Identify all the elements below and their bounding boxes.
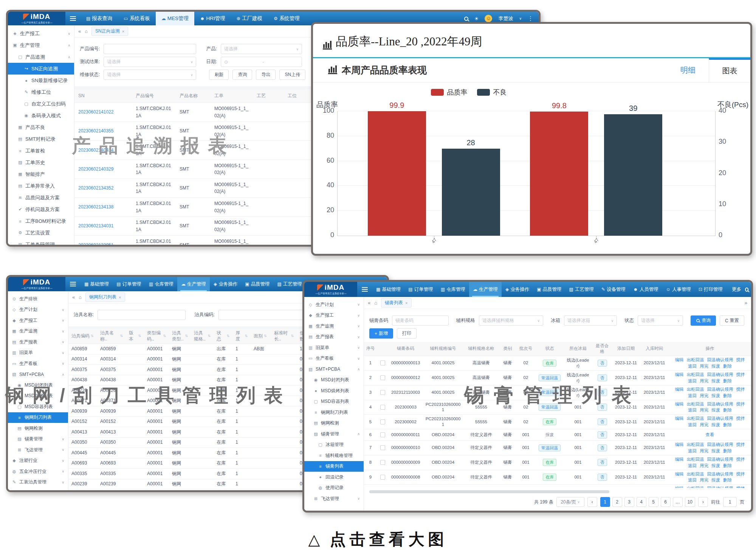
sort-icon[interactable]: ⇅	[226, 334, 229, 339]
export-button[interactable]: 导出	[256, 70, 276, 80]
column-header[interactable]: 序号	[364, 342, 377, 356]
sidebar-item[interactable]: ≡ 工序BOM对料记录	[8, 215, 74, 227]
print-button[interactable]: 打印	[397, 328, 417, 339]
row-checkbox[interactable]	[380, 475, 385, 480]
action-link[interactable]: 搅拌	[736, 442, 745, 447]
sn-link[interactable]: 20230602141022	[78, 109, 113, 116]
row-checkbox[interactable]	[380, 432, 385, 437]
view-large-image-link[interactable]: △ 点击查看大图	[0, 529, 756, 550]
nav-item[interactable]: 更多	[727, 282, 745, 297]
sidebar-item[interactable]: ≋ 品质问题及方案	[8, 192, 74, 204]
action-link[interactable]: 报废	[711, 378, 720, 384]
sidebar-item[interactable]: ◈ 生产报工 ∨	[8, 28, 74, 39]
action-link[interactable]: 编辑	[675, 486, 684, 488]
action-link[interactable]: 用完	[700, 378, 708, 384]
user-name[interactable]: 李楚波	[498, 15, 513, 22]
hamburger-icon[interactable]	[70, 282, 76, 286]
sort-icon[interactable]: ⇅	[208, 334, 211, 339]
tab-stencil-list[interactable]: 钢网刮刀列表 ×	[85, 292, 125, 302]
kebab-menu-icon[interactable]: ⋮	[528, 15, 533, 22]
action-link[interactable]: 删除	[723, 407, 732, 413]
tab-solder-list[interactable]: 锡膏列表 ×	[381, 298, 411, 308]
action-link[interactable]: 编辑	[675, 416, 684, 421]
sidebar-item[interactable]: ▢ 冰箱管理	[304, 440, 364, 451]
sidebar-item[interactable]: ◇ 生产计划 ∨	[8, 305, 68, 315]
action-link[interactable]: 回温确认领用	[707, 401, 733, 407]
tab-sn-trace[interactable]: SN正向追溯 ×	[91, 26, 128, 36]
fridge-select[interactable]: 请选择冰箱∨	[564, 315, 617, 326]
sidebar-item[interactable]: ▤ 生产报表 ∨	[8, 337, 68, 348]
reset-button[interactable]: C重置	[720, 315, 744, 326]
column-header[interactable]: 治具类型..⇅	[169, 329, 191, 343]
sidebar-item[interactable]: ⊡ 打印管理 ∨	[8, 488, 68, 490]
sidebar-item[interactable]: ▦ 生产追溯 ∨	[304, 321, 364, 332]
sidebar-item[interactable]: ▤ 生产报表 ∨	[304, 332, 364, 343]
action-link[interactable]: 搅拌	[736, 357, 745, 363]
sidebar-item[interactable]: ◉ 条码录入模式	[8, 110, 74, 121]
action-link[interactable]: 回温确认领用	[707, 357, 733, 363]
column-header[interactable]: 辅料规格编号	[423, 342, 463, 356]
action-link[interactable]: 编辑	[675, 372, 684, 378]
action-link[interactable]: 报废	[711, 393, 720, 399]
sidebar-item[interactable]: ✔ 停机问题及方案	[8, 204, 74, 215]
test-result-select[interactable]: 请选择∨	[104, 57, 196, 67]
qualified-badge[interactable]: 否	[598, 431, 607, 438]
action-link[interactable]: 报废	[711, 448, 720, 454]
action-link[interactable]: 退回	[688, 477, 697, 483]
sidebar-item[interactable]: ⊙ 生产排班	[8, 294, 68, 305]
action-link[interactable]: 报废	[711, 407, 720, 413]
bar-不良[interactable]: 39	[604, 114, 662, 236]
chart-legend[interactable]: 品质率不良	[313, 82, 750, 98]
column-header[interactable]: 是否合格	[592, 342, 612, 356]
action-link[interactable]: 报废	[711, 422, 720, 428]
action-link[interactable]: 回温确认领用	[707, 457, 733, 462]
nav-item[interactable]: ◈ 业务操作	[502, 282, 533, 297]
column-header[interactable]: 工单	[211, 89, 253, 103]
nav-item[interactable]: ▭ 系统看板	[118, 12, 155, 25]
tab-chart[interactable]: 图表	[709, 58, 750, 82]
action-link[interactable]: 回温确认领用	[707, 486, 733, 488]
row-checkbox[interactable]	[380, 360, 385, 365]
sidebar-item[interactable]: ✎ 工装治具管理 ∨	[8, 477, 68, 488]
sort-icon[interactable]: ⇅	[185, 334, 188, 339]
nav-item[interactable]: ▦ 基础管理	[81, 277, 113, 291]
expand-icon[interactable]: »	[745, 300, 747, 306]
action-link[interactable]: 退回	[688, 364, 697, 369]
action-link[interactable]: 编辑	[675, 401, 684, 407]
column-header[interactable]: 类型编码..⇅	[144, 329, 169, 343]
action-link[interactable]: 删除	[723, 422, 732, 428]
action-link[interactable]: 用完	[700, 477, 708, 483]
sidebar-item[interactable]: ≡ 钢网刮刀列表	[8, 412, 68, 423]
nav-item[interactable]: ▧ 工艺管理	[274, 277, 306, 291]
spec-select[interactable]: 请选择辅料规格∨	[479, 315, 543, 326]
sidebar-item[interactable]: ▦ 智能排产	[8, 168, 74, 180]
sn-link[interactable]: 20230602134138	[78, 204, 113, 211]
action-link[interactable]: 搅拌	[736, 416, 745, 421]
page-button[interactable]: 3	[624, 497, 634, 507]
sidebar-item[interactable]: ▨ 锡膏管理 ∨	[8, 434, 68, 445]
action-link[interactable]: 退回	[688, 422, 697, 428]
sn-link[interactable]: 20230602140329	[78, 166, 113, 173]
column-header[interactable]: 状态	[536, 342, 564, 356]
action-link[interactable]: 搅拌	[736, 457, 745, 462]
avatar[interactable]: ☺	[485, 15, 492, 22]
sidebar-item[interactable]: ◍ 使用记录	[304, 483, 364, 494]
action-link[interactable]: 搅拌	[736, 372, 745, 378]
collapse-icon[interactable]: «	[78, 28, 81, 34]
sidebar-item[interactable]: ● SN最新维修记录	[8, 75, 74, 86]
action-link[interactable]: 退回	[688, 393, 697, 399]
nav-item[interactable]: ▥ 仓库管理	[145, 277, 177, 291]
action-link[interactable]: 编辑	[675, 357, 684, 363]
sidebar-item[interactable]: ◉ MSD封闭列表	[304, 375, 364, 386]
sidebar-item[interactable]: ▢ 产品追溯 ∧	[8, 51, 74, 63]
sidebar-item[interactable]: ▤ SMT对料记录	[8, 133, 74, 145]
action-link[interactable]: 退回	[688, 448, 697, 454]
row-checkbox[interactable]	[380, 375, 385, 380]
add-button[interactable]: +新增	[369, 328, 393, 339]
bulb-icon[interactable]: ☀	[474, 16, 479, 22]
action-link[interactable]: 出柜回温	[687, 486, 704, 488]
column-header[interactable]: 类别	[499, 342, 516, 356]
nav-item[interactable]: ☁ 生产管理	[177, 277, 210, 291]
action-link[interactable]: 搅拌	[736, 471, 745, 477]
column-header[interactable]: 治具规格..⇅	[191, 329, 214, 343]
